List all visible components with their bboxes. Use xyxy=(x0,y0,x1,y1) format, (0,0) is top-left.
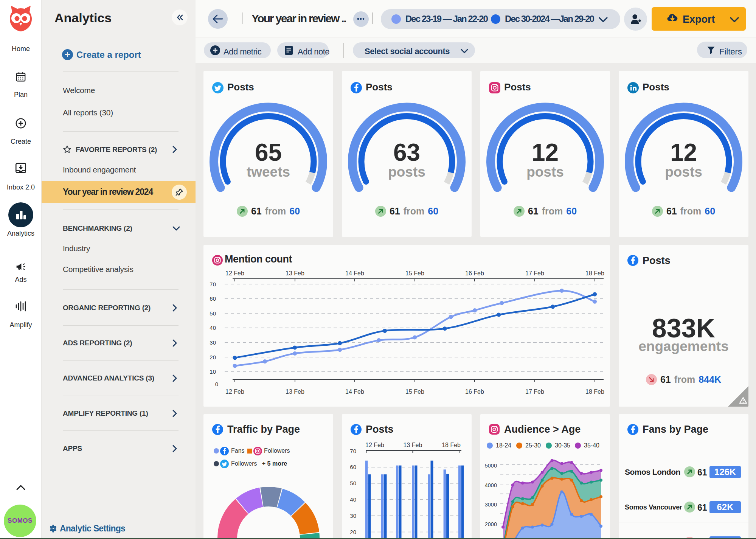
svg-text:14 Feb: 14 Feb xyxy=(345,270,364,276)
svg-text:13 Feb: 13 Feb xyxy=(286,388,304,395)
svg-text:20: 20 xyxy=(350,529,356,535)
svg-text:30: 30 xyxy=(350,513,356,519)
svg-text:17 Feb: 17 Feb xyxy=(525,388,544,395)
svg-text:15 Feb: 15 Feb xyxy=(405,270,424,276)
svg-text:18 Feb: 18 Feb xyxy=(585,388,604,395)
svg-text:0: 0 xyxy=(215,381,218,387)
svg-text:12 Feb: 12 Feb xyxy=(365,442,384,448)
svg-text:50: 50 xyxy=(350,480,356,486)
svg-text:18 Feb: 18 Feb xyxy=(442,442,461,448)
svg-text:4000: 4000 xyxy=(485,482,497,488)
svg-text:3000: 3000 xyxy=(485,502,497,508)
svg-text:14 Feb: 14 Feb xyxy=(345,388,364,395)
svg-text:40: 40 xyxy=(350,496,356,503)
svg-text:12 Feb: 12 Feb xyxy=(225,270,244,276)
svg-text:12 Feb: 12 Feb xyxy=(225,388,244,395)
svg-text:20: 20 xyxy=(210,354,216,360)
svg-text:15 Feb: 15 Feb xyxy=(405,388,424,395)
svg-text:16 Feb: 16 Feb xyxy=(465,388,484,395)
svg-text:30: 30 xyxy=(210,339,216,346)
svg-text:13 Feb: 13 Feb xyxy=(286,270,304,276)
svg-text:17 Feb: 17 Feb xyxy=(525,270,544,276)
svg-text:70: 70 xyxy=(210,281,216,287)
svg-text:18 Feb: 18 Feb xyxy=(585,270,604,276)
svg-text:2000: 2000 xyxy=(485,521,497,527)
svg-text:60: 60 xyxy=(350,464,356,470)
svg-text:60: 60 xyxy=(210,295,216,302)
svg-text:16 Feb: 16 Feb xyxy=(465,270,484,276)
svg-text:5000: 5000 xyxy=(485,463,497,469)
svg-text:10: 10 xyxy=(210,368,216,375)
svg-text:40: 40 xyxy=(210,325,216,331)
svg-text:50: 50 xyxy=(210,310,216,317)
svg-text:13 Feb: 13 Feb xyxy=(404,442,422,448)
svg-text:70: 70 xyxy=(350,448,356,454)
